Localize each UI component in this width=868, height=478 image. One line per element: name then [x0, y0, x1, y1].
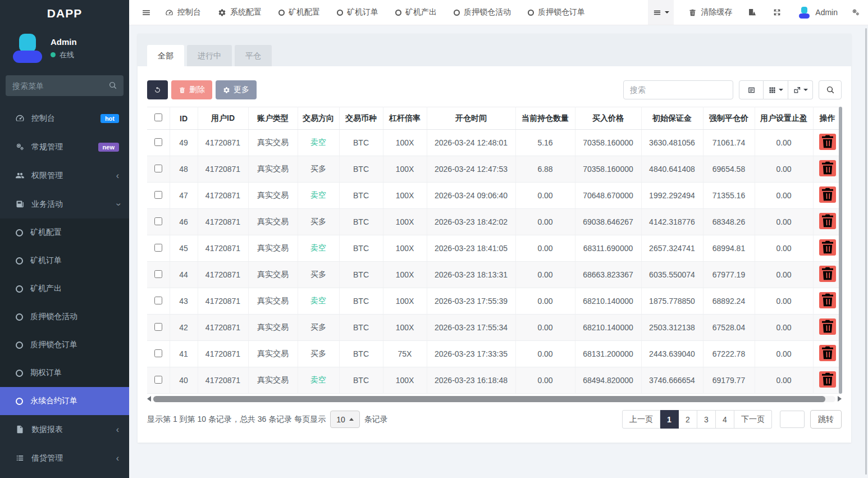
page-button-1[interactable]: 1 [660, 410, 679, 429]
cell-id: 45 [170, 235, 198, 262]
sidebar-item-业务活动[interactable]: 业务活动‹ [0, 190, 129, 218]
scroll-left-arrow-icon[interactable] [147, 396, 151, 402]
row-checkbox[interactable] [154, 217, 162, 225]
horizontal-scrollbar-thumb[interactable] [153, 396, 825, 402]
page-button-4[interactable]: 4 [716, 410, 734, 429]
delete-row-button[interactable] [819, 134, 836, 150]
user-status-label: 在线 [60, 50, 74, 60]
sidebar-subitem-矿机配置[interactable]: 矿机配置 [0, 218, 129, 247]
sidebar-item-借贷管理[interactable]: 借贷管理‹ [0, 444, 129, 472]
cell-user-id: 41720871 [198, 315, 248, 341]
vertical-scrollbar[interactable] [839, 107, 842, 394]
scroll-right-arrow-icon[interactable] [838, 396, 842, 402]
gear-icon [223, 87, 230, 94]
row-checkbox[interactable] [154, 349, 162, 357]
cell-account-type: 真实交易 [248, 130, 298, 156]
delete-row-button[interactable] [819, 213, 836, 229]
column-header-初始保证金: 初始保证金 [641, 107, 703, 130]
sidebar-subitem-矿机订单[interactable]: 矿机订单 [0, 247, 129, 275]
chevron-left-icon: ‹ [116, 454, 119, 463]
sidebar-subitem-矿机产出[interactable]: 矿机产出 [0, 275, 129, 303]
delete-row-button[interactable] [819, 371, 836, 388]
sidebar-item-数据报表[interactable]: 数据报表‹ [0, 415, 129, 444]
nav-item-质押锁仓活动[interactable]: 质押锁仓活动 [445, 0, 519, 25]
page-button-3[interactable]: 3 [697, 410, 716, 429]
sidebar-item-partial[interactable] [0, 472, 129, 478]
delete-row-button[interactable] [819, 186, 836, 203]
list-icon [14, 453, 25, 463]
navbar-menu: 控制台系统配置矿机配置矿机订单矿机产出质押锁仓活动质押锁仓订单 [157, 0, 593, 25]
refresh-button[interactable] [147, 80, 168, 99]
sidebar-subitem-质押锁仓订单[interactable]: 质押锁仓订单 [0, 331, 129, 359]
cell-position: 0.00 [515, 209, 575, 235]
sidebar-subitem-期权订单[interactable]: 期权订单 [0, 359, 129, 387]
cell-account-type: 真实交易 [248, 341, 298, 367]
table-search-input[interactable] [623, 80, 733, 99]
tab-平仓[interactable]: 平仓 [235, 45, 272, 66]
nav-item-控制台[interactable]: 控制台 [157, 0, 209, 25]
delete-row-button[interactable] [819, 160, 836, 176]
export-button[interactable] [788, 80, 813, 99]
nav-item-矿机产出[interactable]: 矿机产出 [387, 0, 445, 25]
hamburger-icon[interactable] [129, 8, 157, 17]
horizontal-scrollbar[interactable] [147, 395, 842, 403]
tab-全部[interactable]: 全部 [147, 45, 184, 66]
tab-进行中[interactable]: 进行中 [187, 45, 232, 66]
row-checkbox[interactable] [154, 376, 162, 384]
delete-row-button[interactable] [819, 292, 836, 308]
search-button[interactable] [819, 80, 842, 99]
columns-button[interactable] [764, 80, 788, 99]
row-checkbox[interactable] [154, 297, 162, 304]
table-row: 4141720871真实交易买多BTC75X2026-03-23 17:33:3… [147, 341, 842, 367]
cell-margin: 3746.666654 [641, 367, 703, 394]
row-checkbox[interactable] [154, 270, 162, 278]
delete-row-button[interactable] [819, 266, 836, 282]
vertical-scrollbar-thumb[interactable] [839, 107, 842, 394]
jump-page-input[interactable] [780, 411, 805, 428]
page-button-2[interactable]: 2 [679, 410, 697, 429]
page-scrollbar[interactable] [865, 28, 867, 475]
sidebar-subitem-永续合约订单[interactable]: 永续合约订单 [0, 387, 129, 415]
cell-user-id: 41720871 [198, 367, 248, 394]
clear-cache-label: 清除缓存 [701, 7, 732, 17]
clear-cache-button[interactable]: 清除缓存 [674, 7, 740, 17]
more-button[interactable]: 更多 [216, 80, 257, 99]
delete-button[interactable]: 删除 [171, 80, 212, 99]
cell-actions [813, 156, 842, 183]
sidebar-item-控制台[interactable]: 控制台hot [0, 104, 129, 133]
sidebar-search-input[interactable] [6, 75, 124, 96]
row-checkbox[interactable] [154, 191, 162, 199]
nav-item-矿机配置[interactable]: 矿机配置 [270, 0, 328, 25]
fullscreen-icon[interactable] [765, 8, 789, 17]
cell-coin: BTC [339, 367, 383, 394]
row-checkbox[interactable] [154, 323, 162, 331]
page-button-下一页[interactable]: 下一页 [734, 410, 772, 429]
nav-item-矿机订单[interactable]: 矿机订单 [328, 0, 387, 25]
delete-row-button[interactable] [819, 345, 836, 361]
nav-item-质押锁仓订单[interactable]: 质押锁仓订单 [519, 0, 593, 25]
cell-open-time: 2026-03-23 17:55:34 [427, 315, 515, 341]
nav-item-系统配置[interactable]: 系统配置 [209, 0, 270, 25]
cell-id: 44 [170, 262, 198, 288]
sidebar-item-权限管理[interactable]: 权限管理‹ [0, 161, 129, 190]
page-size-select[interactable]: 10 [330, 411, 360, 428]
cell-buy-price: 68131.200000 [575, 341, 641, 367]
detail-view-button[interactable] [739, 80, 764, 99]
cell-user-id: 41720871 [198, 209, 248, 235]
nav-list-dropdown[interactable] [648, 0, 674, 25]
page-button-上一页[interactable]: 上一页 [622, 410, 660, 429]
gears-icon[interactable] [843, 8, 868, 17]
row-checkbox[interactable] [154, 244, 162, 252]
delete-row-button[interactable] [819, 239, 836, 256]
row-checkbox[interactable] [154, 138, 162, 146]
translate-icon[interactable] [740, 8, 765, 17]
user-menu[interactable]: Admin [789, 7, 843, 19]
nav-item-label: 矿机订单 [347, 7, 378, 17]
row-checkbox[interactable] [154, 165, 162, 172]
sidebar-subitem-质押锁仓活动[interactable]: 质押锁仓活动 [0, 303, 129, 331]
delete-row-button[interactable] [819, 318, 836, 335]
sidebar-item-常规管理[interactable]: 常规管理new [0, 133, 129, 161]
online-dot [51, 52, 56, 57]
jump-button[interactable]: 跳转 [810, 410, 842, 429]
select-all-checkbox[interactable] [154, 113, 162, 121]
